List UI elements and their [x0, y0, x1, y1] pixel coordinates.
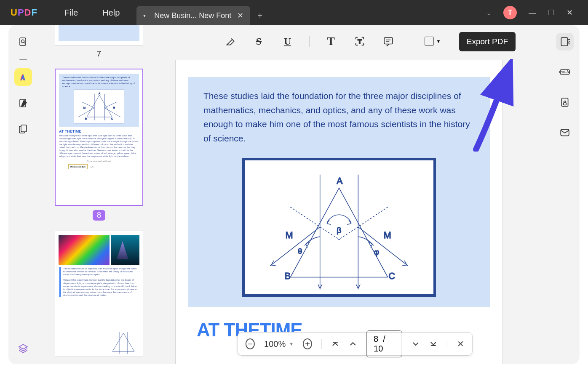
tab-close-icon[interactable]: ✕ [237, 11, 243, 20]
last-page-button[interactable] [429, 339, 438, 349]
text-tool[interactable]: T [324, 34, 338, 48]
tab-title: New Busin... New Font [154, 11, 231, 20]
svg-text:M: M [113, 106, 115, 109]
organize-mode-button[interactable] [14, 120, 32, 138]
zoom-out-button[interactable]: − [246, 338, 255, 349]
page-number-input[interactable]: 8 / 10 [366, 330, 402, 357]
pdfa-button[interactable]: PDF/A [556, 63, 574, 81]
svg-text:C: C [111, 117, 113, 120]
edit-mode-button[interactable] [14, 94, 32, 112]
toolbar-separator [309, 36, 310, 47]
svg-line-11 [78, 108, 94, 117]
zoom-in-button[interactable]: + [303, 338, 312, 349]
svg-text:B: B [85, 117, 87, 120]
minimize-button[interactable]: — [529, 8, 536, 17]
export-pdf-tooltip: Export PDF [459, 32, 516, 51]
dropdown-caret-icon[interactable]: ⌄ [486, 9, 492, 17]
layers-button[interactable] [14, 340, 32, 357]
reader-mode-button[interactable] [14, 33, 32, 51]
svg-text:B: B [285, 272, 291, 281]
svg-text:β: β [337, 226, 341, 234]
zoom-level-dropdown[interactable]: 100% ▼ [264, 339, 294, 349]
svg-line-29 [358, 227, 408, 266]
highlighted-section: These studies laid the foundation for th… [188, 77, 490, 307]
strikethrough-tool[interactable]: S [252, 34, 266, 48]
zoom-page-bar: − 100% ▼ + 8 / 10 ✕ [238, 332, 473, 356]
svg-text:C: C [389, 272, 395, 281]
sticky-note-tool[interactable] [381, 34, 396, 48]
main-area: S U T T ▼ Export PDF These stud [160, 25, 550, 364]
svg-rect-22 [384, 37, 393, 44]
svg-rect-45 [561, 129, 569, 136]
svg-text:A: A [99, 92, 100, 95]
rail-divider [19, 59, 27, 60]
export-pdf-button[interactable] [556, 33, 574, 51]
svg-rect-0 [20, 38, 26, 45]
tab-menu-caret-icon[interactable]: ▾ [143, 13, 146, 19]
new-tab-button[interactable]: + [250, 6, 270, 25]
chevron-down-icon: ▼ [289, 341, 294, 346]
protect-button[interactable] [556, 93, 574, 111]
svg-line-30 [290, 207, 320, 227]
svg-line-2 [24, 43, 25, 44]
workspace: 7 These studies laid the foundation for … [8, 25, 580, 364]
svg-rect-41 [561, 37, 567, 46]
svg-text:φ: φ [374, 248, 380, 256]
toolbar-separator [410, 36, 410, 47]
left-tool-rail [8, 25, 38, 364]
thumbnail-number-8: 8 [93, 210, 105, 221]
svg-line-28 [270, 227, 320, 266]
user-avatar[interactable]: T [503, 6, 517, 19]
next-page-button[interactable] [412, 339, 420, 349]
thumbnail-page-7[interactable]: 7 [55, 25, 143, 69]
body-paragraph: These studies laid the foundation for th… [203, 89, 475, 145]
thumbnail-page-9[interactable]: This experiment can be repeated over and… [55, 231, 143, 357]
tab-strip: ▾ New Busin... New Font ✕ + [136, 0, 270, 25]
svg-rect-44 [564, 103, 567, 105]
svg-text:θ: θ [298, 247, 302, 256]
right-tool-rail: PDF/A [550, 25, 580, 364]
svg-text:M: M [83, 106, 86, 109]
shape-tool[interactable]: ▼ [425, 37, 441, 46]
svg-point-1 [21, 40, 24, 43]
thumbnail-panel[interactable]: 7 These studies laid the foundation for … [38, 25, 160, 364]
app-logo: UPDF [11, 7, 37, 18]
thumbnail-number-7: 7 [97, 50, 101, 59]
close-window-button[interactable]: ✕ [567, 8, 573, 17]
menu-bar: File Help [64, 8, 120, 18]
first-page-button[interactable] [331, 339, 339, 349]
svg-line-10 [104, 102, 117, 108]
annotation-toolbar: S U T T ▼ [160, 29, 504, 53]
document-page: These studies laid the foundation for th… [175, 60, 503, 364]
menu-help[interactable]: Help [102, 8, 120, 18]
share-button[interactable] [556, 124, 574, 141]
title-bar: UPDF File Help ▾ New Busin... New Font ✕… [0, 0, 588, 25]
textbox-tool[interactable]: T [353, 34, 367, 48]
svg-marker-18 [112, 333, 134, 351]
underline-tool[interactable]: U [281, 34, 295, 48]
shape-color-icon [425, 37, 434, 46]
svg-text:A: A [337, 176, 343, 186]
comment-mode-button[interactable] [14, 68, 32, 86]
svg-text:T: T [358, 38, 362, 45]
svg-text:M: M [384, 230, 391, 240]
chevron-down-icon: ▼ [436, 39, 441, 44]
maximize-button[interactable]: ☐ [548, 8, 555, 17]
menu-file[interactable]: File [64, 8, 78, 18]
document-tab[interactable]: ▾ New Busin... New Font ✕ [136, 6, 250, 25]
svg-line-12 [104, 108, 120, 117]
close-bar-button[interactable]: ✕ [456, 339, 465, 349]
document-viewport[interactable]: These studies laid the foundation for th… [160, 58, 518, 364]
highlighter-tool[interactable] [223, 34, 238, 48]
prism-diagram: A B C M M β θ φ [242, 158, 436, 297]
window-controls: ⌄ T — ☐ ✕ [486, 6, 588, 19]
thumbnail-page-8[interactable]: These studies laid the foundation for th… [55, 69, 143, 231]
svg-line-31 [358, 207, 388, 227]
prev-page-button[interactable] [349, 339, 357, 349]
svg-text:M: M [286, 230, 293, 240]
svg-rect-5 [21, 125, 27, 132]
